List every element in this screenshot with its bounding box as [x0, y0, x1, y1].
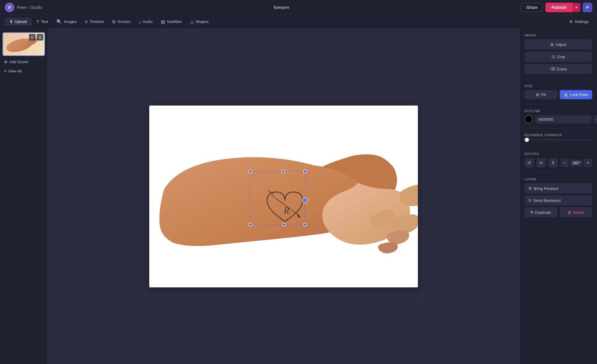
- divider-1: [524, 79, 592, 79]
- fill-button[interactable]: ⊞ Fill: [524, 90, 557, 99]
- svg-text:P: P: [8, 5, 11, 10]
- size-section: SIZE ⊞ Fill 🔒 Lock Ratio: [524, 84, 592, 99]
- layer-section: LAYER ⧉ Bring Forward ⧈ Send Backward ⧉ …: [524, 177, 592, 217]
- toolbar: ⬆ Upload T Text 🔍 Images ≡ Timeline ⧉ Sc…: [0, 15, 597, 29]
- outline-color-input[interactable]: [535, 115, 591, 123]
- outline-decrease-button[interactable]: −: [594, 115, 597, 123]
- rotate-controls: ↺ ⇔ ⇕ − +: [524, 158, 592, 168]
- forearm-image: R: [149, 106, 418, 287]
- rotate-section: ROTATE ↺ ⇔ ⇕ − +: [524, 152, 592, 168]
- erase-button[interactable]: ⌫ Erase: [524, 64, 592, 74]
- image-section-label: IMAGE: [524, 33, 592, 37]
- right-panel: IMAGE ⊞ Adjust ⊡ Crop ⌫ Erase SIZE: [519, 29, 597, 364]
- rotate-ccw-button[interactable]: ↺: [524, 158, 534, 168]
- settings-button[interactable]: ⚙ Settings: [566, 18, 592, 26]
- layer-section-label: LAYER: [524, 177, 592, 181]
- audio-button[interactable]: ♩ Audio: [135, 17, 156, 26]
- images-button[interactable]: 🔍 Images: [53, 17, 80, 26]
- divider-3: [524, 128, 592, 128]
- divider-5: [524, 172, 592, 173]
- bring-forward-icon: ⧉: [529, 186, 531, 191]
- text-button[interactable]: T Text: [33, 17, 52, 26]
- rotate-value-input[interactable]: [570, 159, 583, 166]
- duplicate-button[interactable]: ⧉ Duplicate: [524, 207, 557, 217]
- left-sidebar: ⧉ 🗑 ⊕ Add Scene ≡ View All: [0, 29, 48, 364]
- delete-icon: 🗑: [567, 210, 571, 215]
- rotate-section-label: ROTATE: [524, 152, 592, 156]
- erase-icon: ⌫: [550, 67, 555, 71]
- subtitles-icon: ▤: [161, 19, 165, 24]
- delete-button[interactable]: 🗑 Delete: [560, 207, 593, 217]
- rotate-value-group: − +: [561, 159, 592, 167]
- add-scene-icon: ⊕: [4, 60, 7, 64]
- scenes-button[interactable]: ⧉ Scenes: [109, 17, 134, 26]
- crop-button[interactable]: ⊡ Crop: [524, 52, 592, 62]
- upload-button[interactable]: ⬆ Upload: [5, 17, 32, 26]
- publish-button[interactable]: Publish: [545, 3, 573, 12]
- rounded-corners-label: ROUNDED CORNERS: [524, 133, 592, 137]
- scene-thumb-icons: ⧉ 🗑: [29, 34, 43, 41]
- rotate-decrease-button[interactable]: −: [561, 159, 569, 167]
- lock-ratio-button[interactable]: 🔒 Lock Ratio: [560, 90, 593, 99]
- svg-text:R: R: [284, 205, 290, 216]
- image-section: IMAGE ⊞ Adjust ⊡ Crop ⌫ Erase: [524, 33, 592, 74]
- duplicate-icon: ⧉: [530, 210, 533, 215]
- flip-horizontal-button[interactable]: ⇔: [536, 158, 546, 168]
- subtitles-button[interactable]: ▤ Subtitles: [157, 17, 185, 26]
- scene-thumbnail[interactable]: ⧉ 🗑: [2, 32, 45, 56]
- divider-4: [524, 147, 592, 147]
- main-layout: ⧉ 🗑 ⊕ Add Scene ≡ View All: [0, 29, 597, 364]
- rounded-corners-slider-thumb[interactable]: [524, 137, 529, 142]
- flip-vertical-button[interactable]: ⇕: [548, 158, 558, 168]
- avatar: P: [5, 3, 14, 12]
- settings-icon: ⚙: [569, 19, 573, 24]
- doc-title: forearm: [47, 5, 516, 10]
- workspace-label: Studio: [30, 5, 42, 10]
- rounded-corners-section: ROUNDED CORNERS: [524, 133, 592, 142]
- rounded-corners-slider-track: [524, 139, 592, 140]
- send-backward-button[interactable]: ⧈ Send Backward: [524, 195, 592, 205]
- timeline-icon: ≡: [85, 19, 88, 24]
- scenes-icon: ⧉: [112, 19, 116, 24]
- shapes-icon: △: [190, 19, 194, 24]
- size-buttons: ⊞ Fill 🔒 Lock Ratio: [524, 90, 592, 99]
- fill-icon: ⊞: [536, 92, 539, 97]
- outline-color-swatch[interactable]: [524, 115, 533, 123]
- breadcrumb: Peter › Studio: [17, 5, 42, 10]
- user-avatar-button[interactable]: P: [583, 3, 592, 12]
- rotate-increase-button[interactable]: +: [584, 159, 592, 167]
- layer-action-row: ⧉ Duplicate 🗑 Delete: [524, 207, 592, 217]
- text-icon: T: [36, 19, 39, 24]
- publish-btn-group: Publish ▾: [545, 3, 580, 12]
- divider-2: [524, 104, 592, 104]
- size-section-label: SIZE: [524, 84, 592, 88]
- adjust-icon: ⊞: [550, 42, 554, 47]
- outline-section-label: OUTLINE: [524, 109, 592, 113]
- logo-area: P Peter › Studio: [5, 3, 42, 12]
- canvas-bg: R ↻: [149, 106, 418, 287]
- upload-icon: ⬆: [10, 19, 13, 24]
- crop-icon: ⊡: [552, 55, 555, 59]
- outline-section: OUTLINE − +: [524, 109, 592, 123]
- send-backward-icon: ⧈: [529, 198, 531, 203]
- scene-copy-button[interactable]: ⧉: [29, 34, 36, 41]
- user-name-link[interactable]: Peter: [17, 5, 27, 10]
- outline-stepper: − +: [594, 115, 597, 123]
- lock-ratio-icon: 🔒: [564, 92, 568, 97]
- view-all-button[interactable]: ≡ View All: [2, 68, 45, 75]
- audio-icon: ♩: [139, 19, 141, 24]
- scene-delete-button[interactable]: 🗑: [37, 34, 43, 41]
- add-scene-button[interactable]: ⊕ Add Scene: [2, 58, 45, 65]
- adjust-button[interactable]: ⊞ Adjust: [524, 39, 592, 50]
- top-nav: P Peter › Studio forearm Share Publish ▾…: [0, 0, 597, 15]
- timeline-button[interactable]: ≡ Timeline: [81, 17, 107, 26]
- canvas-area[interactable]: R ↻: [48, 29, 519, 364]
- outline-row: − +: [524, 115, 592, 123]
- images-icon: 🔍: [56, 19, 62, 24]
- bring-forward-button[interactable]: ⧉ Bring Forward: [524, 183, 592, 193]
- nav-right: Share Publish ▾ P: [521, 3, 592, 12]
- shapes-button[interactable]: △ Shapes: [187, 17, 212, 26]
- publish-dropdown-button[interactable]: ▾: [573, 3, 580, 12]
- view-all-icon: ≡: [4, 69, 7, 73]
- share-button[interactable]: Share: [521, 3, 543, 12]
